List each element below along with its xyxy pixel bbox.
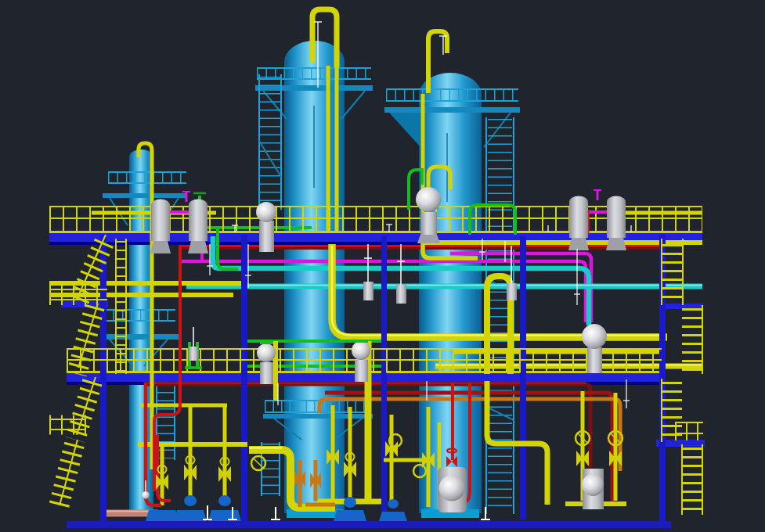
platform-a2-deck xyxy=(100,334,179,340)
pump-volute-502 xyxy=(388,499,399,509)
pump-volute-447 xyxy=(344,497,356,508)
plant-model-render xyxy=(0,0,765,532)
sphere-hanger-2-pedestal xyxy=(355,360,368,382)
vessel-deck1-3-top xyxy=(569,196,588,208)
sphere-mid-right-pedestal xyxy=(587,347,602,373)
sphere-unit-b-stand xyxy=(259,221,274,252)
platform-a1-deck xyxy=(103,193,186,198)
steel-column-4 xyxy=(520,236,526,519)
valve-body-tower-a xyxy=(142,491,150,499)
tower-a-dome xyxy=(129,149,153,164)
vessel-deck1-4-top xyxy=(607,196,626,208)
cad-3d-viewport[interactable] xyxy=(0,0,765,532)
pump-base-502 xyxy=(379,512,407,521)
pump-volute-287 xyxy=(218,495,231,506)
sphere-unit-c-pedestal xyxy=(420,212,437,235)
sphere-hanger-1-pedestal xyxy=(260,362,273,384)
sphere-mid-right xyxy=(582,324,607,349)
exchanger-right-head xyxy=(582,474,604,496)
actuator-body-512 xyxy=(396,285,406,304)
grade-beam xyxy=(67,521,671,528)
platform-c1-deck xyxy=(384,107,520,113)
steel-column-1 xyxy=(100,235,106,521)
platform-b1-deck xyxy=(255,85,373,91)
vessel-deck1-4-skirt xyxy=(606,238,626,250)
sphere-unit-b xyxy=(256,202,276,222)
vessel-deck1-1-top xyxy=(151,200,170,211)
sphere-unit-c-skirt xyxy=(417,235,440,243)
vessel-deck1-2-top xyxy=(189,200,207,211)
pump-base-207 xyxy=(146,510,179,521)
steel-column-2 xyxy=(241,235,247,521)
vessel-deck1-3-skirt xyxy=(568,238,589,250)
pump-base-447 xyxy=(334,510,366,521)
platform-b2-deck xyxy=(263,414,373,419)
pump-volute-243 xyxy=(184,495,197,506)
steel-column-3 xyxy=(381,236,387,519)
sphere-unit-c xyxy=(416,187,441,212)
vessel-deck1-1-skirt xyxy=(150,241,171,253)
deck1-toeplate xyxy=(49,231,702,233)
sphere-hanger-1 xyxy=(257,343,276,362)
actuator-body-247 xyxy=(189,347,198,361)
vessel-deck1-2-skirt xyxy=(188,241,208,253)
actuator-body-653 xyxy=(507,283,517,300)
sphere-hanger-2 xyxy=(352,341,370,360)
actuator-body-470 xyxy=(363,282,373,300)
exchanger-c-head xyxy=(439,476,465,501)
landing-right xyxy=(660,304,703,309)
pump-base-243 xyxy=(174,510,207,521)
